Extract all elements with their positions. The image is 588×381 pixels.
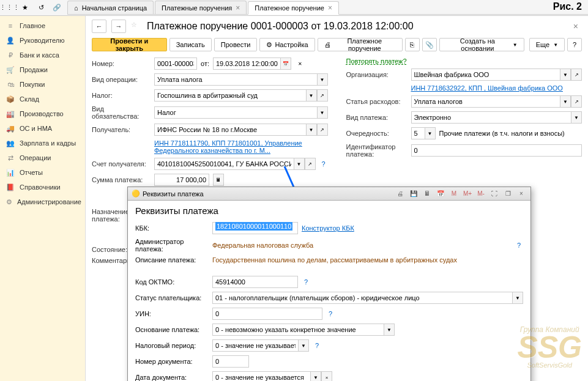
chevron-down-icon[interactable]: ▼ <box>512 292 523 304</box>
calc-icon[interactable]: 🖩 <box>422 189 433 199</box>
sidebar-item-operations[interactable]: ⇄Операции <box>0 150 85 165</box>
sidebar-item-refs[interactable]: 📕Справочники <box>0 180 85 194</box>
chevron-down-icon[interactable]: ▼ <box>298 339 309 352</box>
chevron-down-icon[interactable]: ▼ <box>310 371 321 381</box>
calendar-icon[interactable]: 📅 <box>435 189 446 199</box>
help-icon[interactable]: ? <box>319 160 328 168</box>
favorite-icon[interactable]: ☆ <box>131 21 142 32</box>
recipient-details-link[interactable]: ИНН 7718111790, КПП 771801001, Управлени… <box>154 139 328 154</box>
docdate-select[interactable] <box>212 371 310 381</box>
star-icon[interactable]: ★ <box>18 2 32 14</box>
write-button[interactable]: Записать <box>169 38 212 51</box>
clear-icon[interactable]: × <box>321 371 332 381</box>
expense-select[interactable] <box>411 95 560 108</box>
dialog-titlebar[interactable]: 🟡 Реквизиты платежа 🖨 💾 🖩 📅 M M+ M- ⛶ ❐ … <box>128 187 530 201</box>
status-select[interactable] <box>212 292 512 304</box>
open-icon[interactable]: ↗ <box>305 158 316 170</box>
open-icon[interactable]: ↗ <box>317 124 328 136</box>
inn-link[interactable]: ИНН 7718632922, КПП , Швейная фабрика ОО… <box>411 84 563 92</box>
chevron-down-icon[interactable]: ▼ <box>317 106 328 119</box>
chevron-down-icon[interactable]: ▼ <box>384 324 395 336</box>
date-input[interactable] <box>213 57 280 70</box>
period-select[interactable] <box>212 339 298 352</box>
sidebar-item-salary[interactable]: 👥Зарплата и кадры <box>0 136 85 150</box>
print-icon[interactable]: 🖨 <box>395 189 406 199</box>
tab-home[interactable]: ⌂ Начальная страница <box>67 1 154 14</box>
recipient-select[interactable] <box>154 124 306 136</box>
post-close-button[interactable]: Провести и закрыть <box>92 38 167 51</box>
settings-button[interactable]: ⚙Настройка <box>259 38 314 51</box>
order-input[interactable] <box>411 127 425 139</box>
help-icon[interactable]: ? <box>326 310 335 317</box>
create-based-button[interactable]: Создать на основании▼ <box>439 38 524 51</box>
sum-input[interactable] <box>154 174 209 186</box>
kbk-constructor-link[interactable]: Конструктор КБК <box>302 224 354 232</box>
close-icon[interactable]: × <box>236 4 240 12</box>
close-icon[interactable]: × <box>516 189 527 199</box>
sidebar-item-production[interactable]: 🏭Производство <box>0 106 85 121</box>
oktmo-input[interactable] <box>212 276 298 288</box>
apps-icon[interactable]: ⋮⋮⋮ <box>2 2 16 14</box>
chevron-down-icon[interactable]: ▼ <box>425 127 436 139</box>
attach-button[interactable]: 📎 <box>422 38 437 51</box>
tab-order[interactable]: Платежное поручение × <box>248 1 339 15</box>
id-input[interactable] <box>411 144 582 157</box>
open-icon[interactable]: ↗ <box>317 89 328 102</box>
sidebar-item-purchases[interactable]: 🛍Покупки <box>0 77 85 92</box>
open-icon[interactable]: ↗ <box>571 95 582 108</box>
maximize-icon[interactable]: ⛶ <box>489 189 500 199</box>
save-icon[interactable]: 💾 <box>408 189 419 199</box>
close-page-button[interactable]: × <box>570 20 582 32</box>
sidebar-item-warehouse[interactable]: 📦Склад <box>0 92 85 106</box>
org-label: Организация: <box>346 71 408 78</box>
sidebar-item-assets[interactable]: 🚚ОС и НМА <box>0 121 85 136</box>
m-minus-btn[interactable]: M- <box>475 189 486 199</box>
org-select[interactable] <box>411 68 560 81</box>
m-plus-btn[interactable]: M+ <box>462 189 473 199</box>
tax-select[interactable] <box>154 89 306 102</box>
link-icon[interactable]: 🔗 <box>50 2 64 14</box>
post-button[interactable]: Провести <box>214 38 258 51</box>
chevron-down-icon[interactable]: ▼ <box>317 73 328 86</box>
uin-input[interactable] <box>212 308 322 320</box>
sidebar-item-admin[interactable]: ⚙Администрирование <box>0 194 85 209</box>
forward-button[interactable]: → <box>111 20 126 33</box>
chevron-down-icon[interactable]: ▼ <box>306 89 317 102</box>
basis-select[interactable] <box>212 324 384 336</box>
calculator-icon[interactable]: 🖩 <box>213 174 224 186</box>
back-button[interactable]: ← <box>92 20 106 33</box>
calendar-icon[interactable]: 📅 <box>280 57 291 70</box>
window-icon[interactable]: ❐ <box>502 189 513 199</box>
docnum-input[interactable] <box>212 355 249 368</box>
sidebar-item-reports[interactable]: 📊Отчеты <box>0 165 85 180</box>
tab-orders[interactable]: Платежные поручения × <box>155 1 247 14</box>
sidebar-item-main[interactable]: ≡Главное <box>0 18 85 33</box>
number-input[interactable] <box>154 57 197 70</box>
chevron-down-icon[interactable]: ▼ <box>294 158 305 170</box>
help-icon[interactable]: ? <box>515 242 523 249</box>
op-type-select[interactable] <box>154 73 317 86</box>
more-button[interactable]: Еще▼ <box>529 38 565 51</box>
help-icon[interactable]: ? <box>302 278 310 286</box>
history-icon[interactable]: ↺ <box>34 2 48 14</box>
chevron-down-icon[interactable]: ▼ <box>306 124 317 136</box>
chevron-down-icon[interactable]: ▼ <box>560 95 571 108</box>
chevron-down-icon[interactable]: ▼ <box>560 68 571 81</box>
repeat-link[interactable]: Повторять платеж? <box>346 57 407 65</box>
liability-select[interactable] <box>154 106 317 119</box>
kbk-input[interactable]: 18210801000011000110 <box>212 222 298 234</box>
print-button[interactable]: 🖨Платежное поручение <box>318 38 403 51</box>
m-btn[interactable]: M <box>448 189 460 199</box>
open-icon[interactable]: ↗ <box>571 68 582 81</box>
sidebar-item-bank[interactable]: ₽Банк и касса <box>0 48 85 62</box>
pay-kind-select[interactable] <box>411 111 571 124</box>
help-button[interactable]: ? <box>567 38 582 51</box>
account-select[interactable] <box>154 158 294 170</box>
clear-icon[interactable]: ✕ <box>295 57 306 70</box>
chevron-down-icon[interactable]: ▼ <box>571 111 582 124</box>
sidebar-item-manager[interactable]: 👤Руководителю <box>0 33 85 48</box>
help-icon[interactable]: ? <box>313 342 321 349</box>
register-button[interactable]: ⎘ <box>405 38 420 51</box>
close-icon[interactable]: × <box>328 4 332 12</box>
sidebar-item-sales[interactable]: 🛒Продажи <box>0 62 85 77</box>
